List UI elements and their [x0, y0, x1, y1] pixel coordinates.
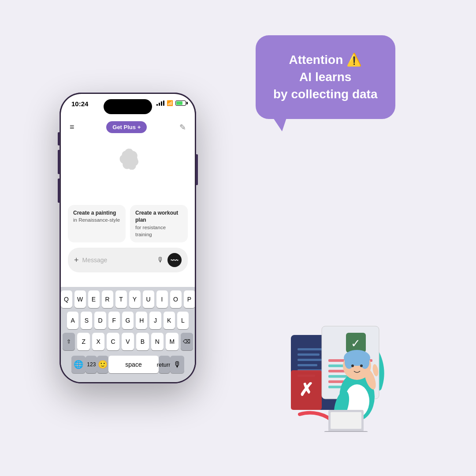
right-section: Attention ⚠️ AI learns by collecting dat… [238, 18, 458, 458]
svg-rect-31 [331, 412, 361, 429]
globe-key[interactable]: 🌐 [71, 356, 86, 373]
key-p[interactable]: P [184, 290, 195, 308]
svg-rect-5 [298, 364, 317, 366]
phone-screen: 10:24 📶 ≡ Get Plus + [61, 94, 195, 382]
mic-icon[interactable]: 🎙 [157, 256, 164, 264]
key-g[interactable]: G [122, 312, 134, 329]
suggestion-1-subtitle: in Renaissance-style [73, 217, 120, 223]
openai-logo [117, 149, 138, 170]
keyboard: Q W E R T Y U I O P A S D F G [61, 287, 195, 382]
illustration: ✗ ✓ [264, 309, 397, 432]
bubble-line3: by collecting data [273, 87, 378, 101]
delete-key[interactable]: ⌫ [181, 333, 193, 350]
space-key[interactable]: space [108, 356, 158, 373]
mute-button[interactable] [58, 132, 60, 145]
power-button[interactable] [196, 154, 198, 185]
wave-icon[interactable] [167, 253, 182, 267]
plus-icon[interactable]: + [74, 256, 79, 265]
svg-text:✗: ✗ [299, 380, 314, 399]
edit-icon[interactable]: ✎ [179, 123, 186, 132]
return-key[interactable]: return [159, 356, 170, 373]
svg-point-25 [351, 364, 354, 367]
volume-down-button[interactable] [58, 178, 60, 203]
suggestion-chip-2[interactable]: Create a workout plan for resistance tra… [130, 205, 188, 243]
key-v[interactable]: V [122, 333, 134, 350]
bubble-text: Attention ⚠️ AI learns by collecting dat… [273, 51, 378, 103]
svg-point-26 [360, 364, 363, 367]
key-k[interactable]: K [164, 312, 175, 329]
chat-area: Create a painting in Renaissance-style C… [61, 138, 195, 287]
key-q[interactable]: Q [61, 290, 72, 308]
shift-key[interactable]: ⇧ [63, 333, 75, 350]
key-d[interactable]: D [94, 312, 106, 329]
wifi-icon: 📶 [167, 100, 173, 106]
keyboard-row-2: A S D F G H J K L [63, 312, 193, 329]
microphone-key[interactable]: 🎙 [170, 356, 184, 373]
suggestion-chip-1[interactable]: Create a painting in Renaissance-style [68, 205, 126, 243]
key-x[interactable]: X [92, 333, 104, 350]
bubble-line2: AI learns [299, 70, 351, 84]
speech-bubble: Attention ⚠️ AI learns by collecting dat… [256, 35, 395, 119]
key-y[interactable]: Y [129, 290, 141, 308]
battery-icon [175, 100, 186, 106]
key-f[interactable]: F [108, 312, 120, 329]
svg-text:✓: ✓ [351, 337, 361, 350]
app-header: ≡ Get Plus + ✎ [61, 118, 195, 138]
illustration-svg: ✗ ✓ [264, 309, 397, 432]
status-time: 10:24 [71, 100, 88, 108]
key-u[interactable]: U [143, 290, 154, 308]
message-input-bar[interactable]: + Message 🎙 [68, 248, 188, 272]
key-l[interactable]: L [177, 312, 189, 329]
emoji-key[interactable]: 🙂 [97, 356, 108, 373]
key-a[interactable]: A [67, 312, 78, 329]
key-t[interactable]: T [115, 290, 127, 308]
battery-fill [176, 101, 182, 105]
status-icons: 📶 [156, 100, 186, 106]
key-e[interactable]: E [88, 290, 100, 308]
phone-shell: 10:24 📶 ≡ Get Plus + [60, 93, 196, 383]
suggestions-row: Create a painting in Renaissance-style C… [68, 205, 188, 243]
keyboard-row-3: ⇧ Z X C V B N M ⌫ [63, 333, 193, 350]
suggestion-2-subtitle: for resistance training [135, 225, 166, 237]
phone-section: 10:24 📶 ≡ Get Plus + [18, 18, 238, 458]
svg-rect-4 [298, 359, 322, 361]
volume-up-button[interactable] [58, 150, 60, 174]
svg-rect-3 [298, 353, 320, 356]
key-s[interactable]: S [81, 312, 92, 329]
side-buttons-right [196, 154, 198, 185]
menu-icon[interactable]: ≡ [70, 123, 74, 132]
keyboard-bottom-row: 🌐 123 🙂 space return 🎙 [63, 354, 193, 380]
get-plus-button[interactable]: Get Plus + [106, 121, 147, 133]
key-o[interactable]: O [170, 290, 182, 308]
key-w[interactable]: W [74, 290, 86, 308]
dynamic-island [104, 99, 152, 114]
key-j[interactable]: J [149, 312, 161, 329]
key-h[interactable]: H [136, 312, 147, 329]
key-r[interactable]: R [102, 290, 113, 308]
suggestion-2-title: Create a workout plan [135, 209, 182, 224]
svg-rect-32 [324, 431, 368, 432]
key-z[interactable]: Z [77, 333, 89, 350]
suggestion-1-title: Create a painting [73, 209, 120, 217]
key-c[interactable]: C [107, 333, 119, 350]
svg-point-0 [124, 155, 132, 163]
message-placeholder[interactable]: Message [82, 257, 153, 264]
key-b[interactable]: B [136, 333, 149, 350]
numbers-key[interactable]: 123 [86, 356, 97, 373]
key-m[interactable]: M [166, 333, 178, 350]
signal-icon [156, 100, 164, 106]
keyboard-row-1: Q W E R T Y U I O P [63, 290, 193, 308]
key-n[interactable]: N [151, 333, 164, 350]
key-i[interactable]: I [156, 290, 168, 308]
bubble-line1: Attention ⚠️ [289, 53, 362, 67]
svg-rect-2 [298, 348, 324, 350]
side-buttons-left [58, 132, 60, 203]
